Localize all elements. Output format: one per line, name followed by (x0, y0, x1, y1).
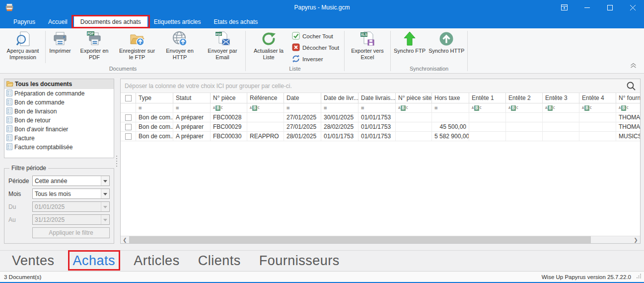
cell-ent-te-3[interactable] (543, 132, 579, 141)
sidebar-item-bon-de-livraison[interactable]: Bon de livraison (4, 107, 114, 116)
cell-type[interactable]: Bon de com... (136, 122, 173, 132)
cell-ent-te-1[interactable] (469, 113, 506, 122)
nav-tab-clients[interactable]: Clients (198, 253, 241, 269)
cell-date-livrais[interactable]: 01/01/1753 (358, 122, 396, 132)
sidebar-item-facture-comptabilis-e[interactable]: Facture comptabilisée (4, 143, 114, 152)
actualiser-la-liste-button[interactable]: Actualiser la Liste (247, 29, 290, 60)
row-select-cell[interactable] (121, 122, 136, 132)
cell-date-de-livr[interactable]: 30/01/2025 (321, 113, 358, 122)
column-header-ent-te-3[interactable]: Entête 3 (543, 93, 579, 103)
filter-cell-ent-te-2[interactable]: ABC (506, 103, 543, 113)
cell-n-pi-ce[interactable]: FBC00028 (211, 113, 247, 122)
cell-date[interactable]: 27/01/2025 (284, 113, 321, 122)
column-header-ent-te-1[interactable]: Entête 1 (469, 93, 506, 103)
dropdown-arrow-icon[interactable] (101, 189, 109, 198)
cell-n-fourn[interactable]: THOMA (616, 122, 640, 132)
cell-n-pi-ce[interactable]: FBC00030 (211, 132, 247, 141)
cell-type[interactable]: Bon de com... (136, 113, 173, 122)
table-row[interactable]: Bon de com...A préparerFBC00030REAPPRO28… (121, 132, 640, 141)
cell-n-pi-ce-site[interactable] (396, 113, 432, 122)
cell-r-f-rence[interactable] (247, 122, 284, 132)
cell-date-livrais[interactable]: 01/01/1753 (358, 113, 396, 122)
filter-cell-ent-te-1[interactable]: ABC (469, 103, 506, 113)
resize-grip[interactable] (636, 274, 641, 280)
column-header-n-pi-ce-site[interactable]: N° pièce site (396, 93, 432, 103)
cell-date-de-livr[interactable]: 01/01/1753 (321, 132, 358, 141)
select-all-checkbox[interactable] (125, 95, 132, 101)
decocher-tout-button[interactable]: Décocher Tout (290, 42, 343, 53)
minimize-button[interactable] (575, 0, 598, 15)
row-checkbox[interactable] (125, 114, 132, 121)
column-header-n-fourn[interactable]: N° fourn (616, 93, 640, 103)
dropdown-arrow-icon[interactable] (101, 176, 109, 186)
sidebar-item-pr-paration-de-commande[interactable]: Préparation de commande (4, 89, 114, 98)
filter-cell-n-fourn[interactable]: ABC (616, 103, 640, 113)
row-checkbox[interactable] (125, 133, 132, 140)
sidebar-item-bon-d-avoir-financier[interactable]: Bon d'avoir financier (4, 125, 114, 134)
cell-r-f-rence[interactable] (247, 113, 284, 122)
scrollbar-track[interactable] (591, 236, 632, 243)
sidebar-item-bon-de-retour[interactable]: Bon de retour (4, 116, 114, 125)
cell-date-livrais[interactable]: 01/01/1753 (358, 132, 396, 141)
cell-n-pi-ce-site[interactable] (396, 122, 432, 132)
cell-ent-te-3[interactable] (543, 122, 579, 132)
cell-hors-taxe[interactable]: 45 500,00 (432, 122, 469, 132)
cell-ent-te-3[interactable] (543, 113, 579, 122)
select-all-header-cell[interactable] (121, 93, 136, 103)
cell-ent-te-4[interactable] (579, 122, 616, 132)
cell-ent-te-1[interactable] (469, 122, 506, 132)
mois-dropdown[interactable]: Tous les mois (32, 189, 110, 199)
nav-tab-ventes[interactable]: Ventes (12, 253, 55, 269)
filter-cell-type[interactable]: = (136, 103, 173, 113)
nav-tab-achats[interactable]: Achats (73, 253, 116, 269)
cocher-tout-button[interactable]: Cocher Tout (290, 30, 343, 42)
column-header-n-pi-ce[interactable]: N° pièce (211, 93, 247, 103)
column-header-statut[interactable]: Statut (173, 93, 211, 103)
ribbon-tab-etats-des-achats[interactable]: Etats des achats (208, 16, 265, 28)
p-riode-dropdown[interactable]: Cette année (32, 176, 110, 186)
apply-filter-button[interactable]: Appliquer le filtre (32, 227, 110, 238)
sidebar-item-facture[interactable]: Facture (4, 134, 114, 143)
cell-statut[interactable]: A préparer (173, 113, 211, 122)
row-select-cell[interactable] (121, 132, 136, 141)
filter-cell-date[interactable]: = (284, 103, 321, 113)
filter-cell-ent-te-4[interactable]: ABC (579, 103, 616, 113)
cell-ent-te-4[interactable] (579, 132, 616, 141)
cell-n-fourn[interactable]: MUSICS (616, 132, 640, 141)
sidebar-item-bon-de-commande[interactable]: Bon de commande (4, 98, 114, 107)
cell-ent-te-4[interactable] (579, 113, 616, 122)
column-header-type[interactable]: Type (136, 93, 173, 103)
ribbon-display-options-button[interactable] (553, 0, 575, 15)
ribbon-tab-accueil[interactable]: Accueil (42, 16, 74, 28)
enregistrer-sur-le-ftp-button[interactable]: Enregistrer sur le FTP (116, 29, 158, 60)
horizontal-scrollbar[interactable]: ❮ ❯ (121, 236, 640, 243)
panel-splitter-handle[interactable] (114, 79, 119, 244)
row-select-cell[interactable] (121, 113, 136, 122)
column-header-date[interactable]: Date (284, 93, 321, 103)
cell-date[interactable]: 27/01/2025 (284, 122, 321, 132)
ribbon-tab-papyrus[interactable]: Papyrus (7, 16, 42, 28)
cell-ent-te-2[interactable] (506, 113, 543, 122)
column-header-ent-te-4[interactable]: Entête 4 (579, 93, 616, 103)
apercu-avant-impression-button[interactable]: Aperçu avant Impression (2, 29, 44, 60)
synchro-ftp-button[interactable]: Synchro FTP (392, 29, 427, 54)
sidebar-item-tous-les-documents[interactable]: Tous les documents (4, 79, 114, 89)
cell-r-f-rence[interactable]: REAPPRO (247, 132, 284, 141)
filter-cell-date-livrais[interactable]: = (358, 103, 396, 113)
cell-n-fourn[interactable]: THOMA (616, 113, 640, 122)
cell-type[interactable]: Bon de com... (136, 132, 173, 141)
filter-cell-ent-te-3[interactable]: ABC (543, 103, 579, 113)
row-checkbox[interactable] (125, 124, 132, 130)
cell-hors-taxe[interactable] (432, 113, 469, 122)
filter-cell-r-f-rence[interactable]: ABC (247, 103, 284, 113)
filter-cell-statut[interactable]: = (173, 103, 211, 113)
cell-ent-te-2[interactable] (506, 132, 543, 141)
close-button[interactable] (621, 0, 644, 15)
cell-ent-te-2[interactable] (506, 122, 543, 132)
column-header-date-de-livr[interactable]: Date de livr... (321, 93, 358, 103)
synchro-http-button[interactable]: Synchro HTTP (427, 29, 466, 54)
collapse-ribbon-icon[interactable] (630, 63, 637, 70)
column-header-ent-te-2[interactable]: Entête 2 (506, 93, 543, 103)
exporter-en-pdf-button[interactable]: PDF Exporter en PDF (73, 29, 116, 60)
column-header-r-f-rence[interactable]: Référence (247, 93, 284, 103)
